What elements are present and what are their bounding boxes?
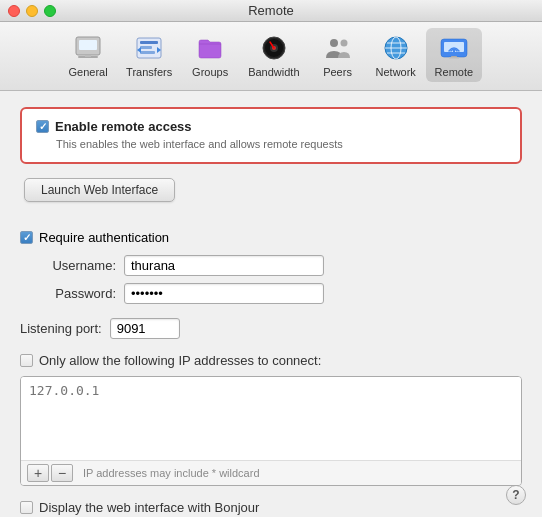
- toolbar-item-peers[interactable]: Peers: [310, 28, 366, 82]
- password-input[interactable]: [124, 283, 324, 304]
- window-title: Remote: [248, 3, 294, 18]
- remote-icon: [438, 32, 470, 64]
- bonjour-label: Display the web interface with Bonjour: [39, 500, 259, 515]
- toolbar-label-peers: Peers: [323, 66, 352, 78]
- toolbar-label-groups: Groups: [192, 66, 228, 78]
- general-icon: [72, 32, 104, 64]
- help-button[interactable]: ?: [506, 485, 526, 505]
- password-label: Password:: [40, 286, 116, 301]
- svg-point-24: [453, 50, 455, 52]
- window-controls[interactable]: [8, 5, 56, 17]
- svg-rect-6: [140, 46, 152, 49]
- toolbar-item-network[interactable]: Network: [368, 28, 424, 82]
- groups-icon: [194, 32, 226, 64]
- port-input[interactable]: [110, 318, 180, 339]
- enable-remote-box: ✓ Enable remote access This enables the …: [20, 107, 522, 164]
- ip-toolbar: + − IP addresses may include * wildcard: [21, 460, 521, 485]
- ip-textarea[interactable]: [21, 377, 521, 457]
- bonjour-checkbox[interactable]: ✓: [20, 501, 33, 514]
- require-auth-label: Require authentication: [39, 230, 169, 245]
- toolbar-item-bandwidth[interactable]: Bandwidth: [240, 28, 307, 82]
- username-row: Username:: [20, 255, 522, 276]
- ip-section: ✓ Only allow the following IP addresses …: [20, 353, 522, 486]
- port-row: Listening port:: [20, 318, 522, 339]
- toolbar-label-general: General: [69, 66, 108, 78]
- transfers-icon: [133, 32, 165, 64]
- svg-point-16: [340, 40, 347, 47]
- enable-remote-checkbox[interactable]: ✓: [36, 120, 49, 133]
- ip-checkbox-row: ✓ Only allow the following IP addresses …: [20, 353, 522, 368]
- launch-button-wrapper: Launch Web Interface: [20, 178, 522, 216]
- ip-add-button[interactable]: +: [27, 464, 49, 482]
- peers-icon: [322, 32, 354, 64]
- username-label: Username:: [40, 258, 116, 273]
- username-input[interactable]: [124, 255, 324, 276]
- auth-section: ✓ Require authentication Username: Passw…: [20, 230, 522, 304]
- svg-rect-3: [85, 55, 91, 57]
- ip-filter-checkbox[interactable]: ✓: [20, 354, 33, 367]
- enable-remote-label: Enable remote access: [55, 119, 192, 134]
- svg-rect-26: [449, 57, 459, 59]
- title-bar: Remote: [0, 0, 542, 22]
- svg-rect-1: [79, 40, 97, 50]
- ip-textarea-wrapper: + − IP addresses may include * wildcard: [20, 376, 522, 486]
- svg-point-15: [330, 39, 338, 47]
- enable-remote-title: ✓ Enable remote access: [36, 119, 506, 134]
- close-button[interactable]: [8, 5, 20, 17]
- require-auth-row: ✓ Require authentication: [20, 230, 522, 245]
- launch-web-interface-button[interactable]: Launch Web Interface: [24, 178, 175, 202]
- password-row: Password:: [20, 283, 522, 304]
- toolbar-item-groups[interactable]: Groups: [182, 28, 238, 82]
- toolbar: General Transfers Groups: [0, 22, 542, 91]
- toolbar-item-remote[interactable]: Remote: [426, 28, 482, 82]
- require-auth-checkbox[interactable]: ✓: [20, 231, 33, 244]
- toolbar-label-transfers: Transfers: [126, 66, 172, 78]
- content-area: ✓ Enable remote access This enables the …: [0, 91, 542, 517]
- port-label: Listening port:: [20, 321, 102, 336]
- toolbar-label-bandwidth: Bandwidth: [248, 66, 299, 78]
- ip-remove-button[interactable]: −: [51, 464, 73, 482]
- bandwidth-icon: [258, 32, 290, 64]
- ip-filter-label: Only allow the following IP addresses to…: [39, 353, 321, 368]
- svg-rect-5: [140, 41, 158, 44]
- bonjour-row: ✓ Display the web interface with Bonjour: [20, 500, 522, 515]
- maximize-button[interactable]: [44, 5, 56, 17]
- toolbar-label-remote: Remote: [435, 66, 474, 78]
- toolbar-item-general[interactable]: General: [60, 28, 116, 82]
- enable-remote-description: This enables the web interface and allow…: [36, 138, 506, 150]
- network-icon: [380, 32, 412, 64]
- svg-rect-7: [140, 51, 155, 54]
- minimize-button[interactable]: [26, 5, 38, 17]
- ip-hint: IP addresses may include * wildcard: [83, 467, 260, 479]
- toolbar-label-network: Network: [376, 66, 416, 78]
- toolbar-item-transfers[interactable]: Transfers: [118, 28, 180, 82]
